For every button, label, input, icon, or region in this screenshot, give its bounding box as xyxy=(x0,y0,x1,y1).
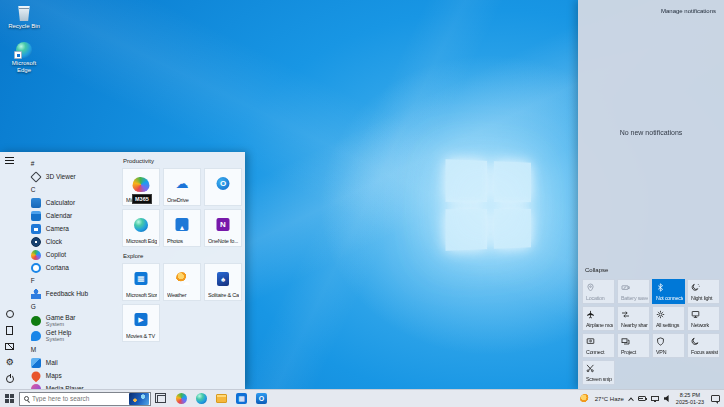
weather-icon xyxy=(176,272,188,284)
pictures-icon[interactable] xyxy=(5,343,14,350)
night-light-icon xyxy=(691,283,700,292)
clock[interactable]: 8:25 PM 2025-01-23 xyxy=(676,392,704,406)
menu-icon[interactable] xyxy=(5,157,14,164)
outlook-taskbar-icon[interactable]: O xyxy=(256,393,267,404)
desktop-icon-microsoft-edge[interactable]: Microsoft Edge xyxy=(1,42,47,74)
app-list-header[interactable]: F xyxy=(20,274,119,287)
calculator-icon xyxy=(31,198,41,208)
copilot-icon xyxy=(31,250,41,260)
file-explorer-icon[interactable] xyxy=(216,394,227,403)
quick-action-battery-saver[interactable]: Battery saver xyxy=(617,279,650,304)
quick-action-project[interactable]: Project xyxy=(617,333,650,358)
tile-microsoft-edge[interactable]: Microsoft Edge xyxy=(122,209,160,247)
windows-logo xyxy=(445,159,531,251)
quick-action-all-settings[interactable]: All settings xyxy=(652,306,685,331)
tile-onedrive[interactable]: ☁ OneDrive xyxy=(163,168,201,206)
recycle-bin-icon xyxy=(18,6,31,21)
speaker-icon[interactable] xyxy=(664,395,671,402)
edge-icon xyxy=(134,218,148,232)
game-bar-icon xyxy=(31,316,41,326)
app-item-get-help[interactable]: Get Help System xyxy=(20,328,119,343)
m365-badge: M365 xyxy=(132,194,152,204)
microsoft-store-taskbar-icon[interactable]: ▦ xyxy=(236,393,247,404)
vpn-icon xyxy=(656,337,665,346)
app-item-feedback-hub[interactable]: Feedback Hub xyxy=(20,287,119,300)
quick-action-connect[interactable]: Connect xyxy=(582,333,615,358)
quick-action-location[interactable]: Location xyxy=(582,279,615,304)
app-item-cortana[interactable]: Cortana xyxy=(20,261,119,274)
quick-action-vpn[interactable]: VPN xyxy=(652,333,685,358)
tile-photos[interactable]: ▲ Photos xyxy=(163,209,201,247)
microsoft-365-copilot-icon xyxy=(133,177,150,192)
app-item-maps[interactable]: Maps xyxy=(20,369,119,382)
connect-icon xyxy=(586,337,595,346)
power-icon[interactable] xyxy=(6,375,14,383)
manage-notifications-link[interactable]: Manage notifications xyxy=(661,8,716,14)
quick-action-airplane-mode[interactable]: Airplane mode xyxy=(582,306,615,331)
search-input[interactable] xyxy=(32,395,126,402)
tile-group-title[interactable]: Productivity xyxy=(123,158,242,164)
weather-tray-icon[interactable] xyxy=(580,394,590,404)
start-app-list: # 3D Viewer C Calculator Calendar Camera… xyxy=(20,152,119,389)
photos-icon: ▲ xyxy=(176,218,189,231)
quick-action-night-light[interactable]: Night light xyxy=(687,279,720,304)
nearby-sharing-icon xyxy=(621,310,630,319)
action-center-icon[interactable] xyxy=(711,395,720,402)
app-item-calculator[interactable]: Calculator xyxy=(20,196,119,209)
tile-microsoft-store[interactable]: ▦ Microsoft Store xyxy=(122,263,160,301)
tile-weather[interactable]: Weather xyxy=(163,263,201,301)
quick-action-network[interactable]: Network xyxy=(687,306,720,331)
edge-taskbar-icon[interactable] xyxy=(196,393,207,404)
quick-action-bluetooth[interactable]: Not connected xyxy=(652,279,685,304)
tile-microsoft-365-copilot[interactable]: M365 Mic xyxy=(122,168,160,206)
app-item-camera[interactable]: Camera xyxy=(20,222,119,235)
quick-action-nearby-sharing[interactable]: Nearby sharing xyxy=(617,306,650,331)
location-icon xyxy=(586,283,595,292)
app-item-calendar[interactable]: Calendar xyxy=(20,209,119,222)
taskbar-search[interactable] xyxy=(19,392,151,406)
weather-text[interactable]: 27°C Haze xyxy=(595,396,624,402)
microsoft-store-icon: ▦ xyxy=(135,272,148,285)
calendar-icon xyxy=(31,211,41,221)
app-list-header[interactable]: M xyxy=(20,343,119,356)
battery-icon[interactable] xyxy=(638,396,646,401)
movies-tv-icon: ▶ xyxy=(135,313,148,326)
user-icon[interactable] xyxy=(6,310,14,318)
task-view-icon[interactable] xyxy=(157,395,166,403)
app-item-3d-viewer[interactable]: 3D Viewer xyxy=(20,170,119,183)
app-list-header[interactable]: # xyxy=(20,157,119,170)
quick-action-screen-snip[interactable]: Screen snip xyxy=(582,360,615,385)
app-item-copilot[interactable]: Copilot xyxy=(20,248,119,261)
tile-group-title[interactable]: Explore xyxy=(123,253,242,259)
app-item-mail[interactable]: Mail xyxy=(20,356,119,369)
search-highlight-image[interactable] xyxy=(129,393,149,405)
settings-gear-icon[interactable]: ⚙ xyxy=(6,358,14,367)
mail-icon xyxy=(31,358,41,368)
start-button[interactable] xyxy=(0,390,19,407)
tile-onenote[interactable]: N OneNote fo... xyxy=(204,209,242,247)
onenote-icon: N xyxy=(217,218,230,231)
tray-time: 8:25 PM xyxy=(676,392,704,399)
tile-movies-tv[interactable]: ▶ Movies & TV xyxy=(122,304,160,342)
app-item-media-player[interactable]: Media Player xyxy=(20,382,119,389)
cortana-icon xyxy=(31,263,41,273)
app-list-header[interactable]: G xyxy=(20,300,119,313)
solitaire-icon: ♠ xyxy=(217,272,229,286)
collapse-link[interactable]: Collapse xyxy=(585,267,608,273)
battery-saver-icon xyxy=(621,283,630,292)
documents-icon[interactable] xyxy=(6,326,13,335)
network-tray-icon[interactable] xyxy=(651,396,659,402)
tile-outlook[interactable]: O xyxy=(204,168,242,206)
app-list-header[interactable]: C xyxy=(20,183,119,196)
app-item-game-bar[interactable]: Game Bar System xyxy=(20,313,119,328)
app-item-clock[interactable]: Clock xyxy=(20,235,119,248)
desktop-icon-recycle-bin[interactable]: Recycle Bin xyxy=(1,6,47,30)
edge-icon xyxy=(16,42,32,58)
tray-overflow-chevron-icon[interactable] xyxy=(628,397,634,403)
tile-solitaire[interactable]: ♠ Solitaire & Ca... xyxy=(204,263,242,301)
quick-action-focus-assist[interactable]: Focus assist xyxy=(687,333,720,358)
start-menu: ⚙ # 3D Viewer C Calculator Calendar Came… xyxy=(0,152,245,389)
start-tiles: Productivity M365 Mic ☁ OneDrive O Micro… xyxy=(119,152,245,389)
copilot-taskbar-icon[interactable] xyxy=(176,393,187,404)
feedback-hub-icon xyxy=(31,289,41,299)
